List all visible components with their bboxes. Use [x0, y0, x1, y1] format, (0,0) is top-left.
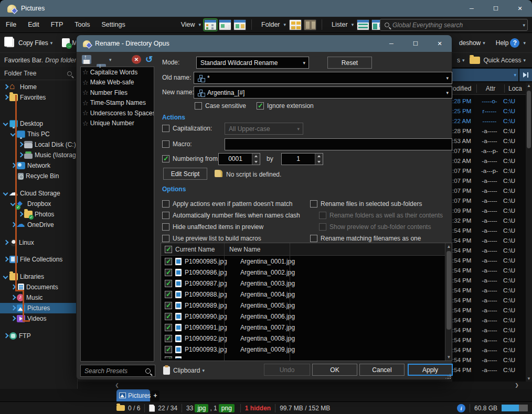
expand-collapsed-icon[interactable] — [3, 257, 8, 262]
file-row[interactable]: :07 PM-a-----C:\U — [452, 186, 526, 195]
old-name-input[interactable]: *▾ — [194, 72, 452, 84]
ignore-extension-checkbox[interactable]: Ignore extension — [257, 102, 314, 110]
maximize-button[interactable]: ☐ — [484, 0, 508, 17]
tree-item-favorites[interactable]: Favorites — [0, 92, 77, 103]
path-bar[interactable]: ▾ — [452, 69, 518, 81]
expand-collapsed-icon[interactable] — [10, 316, 16, 321]
table-row[interactable]: P10900988.jpgArgentina_0004.jpg — [161, 289, 452, 300]
file-row[interactable]: :54 PM-a-----C:\U — [452, 315, 526, 325]
preset-number-files[interactable]: ☆Number Files — [81, 88, 154, 98]
column-location[interactable]: Loca — [505, 85, 522, 92]
quick-access-button[interactable]: Quick Access — [483, 57, 521, 64]
file-row[interactable]: :54 PM-a-----C:\U — [452, 325, 526, 335]
scroll-up-icon[interactable]: ▲ — [526, 82, 532, 90]
dialog-minimize-button[interactable]: ─ — [379, 35, 403, 52]
cancel-button[interactable]: Cancel — [359, 364, 405, 376]
table-row[interactable]: P10900992.jpgArgentina_0008.jpg — [161, 333, 452, 344]
ok-button[interactable]: OK — [312, 364, 357, 376]
dialog-close-button[interactable]: ✕ — [428, 35, 452, 52]
table-row[interactable]: P10900987.jpgArgentina_0003.jpg — [161, 278, 452, 289]
star-icon[interactable]: ☆ — [82, 119, 89, 127]
table-row[interactable]: P10900993.jpgArgentina_0009.jpg — [161, 344, 452, 355]
menu-file[interactable]: File — [0, 21, 22, 28]
table-row[interactable]: P10900990.jpgArgentina_0006.jpg — [161, 311, 452, 322]
file-row[interactable]: :07 PM-a-----C:\U — [452, 195, 526, 205]
row-checkbox[interactable] — [165, 269, 172, 276]
view-details-icon[interactable] — [204, 19, 217, 30]
expand-collapsed-icon[interactable] — [10, 306, 16, 311]
file-row[interactable]: :53 AM-a-----C:\U — [452, 136, 526, 146]
column-attr[interactable]: Attr — [477, 85, 504, 92]
star-icon[interactable]: ☆ — [82, 79, 89, 86]
expand-collapsed-icon[interactable] — [18, 212, 23, 217]
row-checkbox[interactable] — [165, 335, 172, 342]
file-row[interactable]: :09 PM-a-----C:\U — [452, 205, 526, 215]
tree-item-libraries[interactable]: Libraries — [0, 271, 77, 282]
file-row[interactable]: :22 AM-------C:\U — [452, 116, 526, 126]
lister-menu[interactable]: Lister — [326, 21, 349, 28]
scrollbar-thumb[interactable] — [527, 91, 531, 148]
scrollbar-thumb[interactable] — [446, 251, 451, 330]
resize-grip[interactable] — [445, 374, 451, 379]
option-apply-actions-even-if-pattern-doesn-t-ma[interactable]: Apply actions even if pattern doesn't ma… — [162, 200, 292, 208]
expand-collapsed-icon[interactable] — [10, 295, 16, 300]
tree-item-this-pc[interactable]: This PC — [0, 129, 77, 139]
file-row[interactable]: :54 PM-a-----C:\U — [452, 345, 526, 355]
tree-search-icon[interactable] — [67, 71, 72, 76]
preset-capitalize-words[interactable]: ☆Capitalize Words — [81, 67, 154, 78]
file-row[interactable]: :28 PM-a-----C:\U — [452, 126, 526, 136]
column-modified[interactable]: odified — [452, 85, 476, 92]
folder-menu[interactable]: Folder — [256, 21, 281, 28]
file-row[interactable]: :28 PM-----o-C:\U — [452, 96, 526, 106]
preset-time-stamp-names[interactable]: ☆Time-Stamp Names — [81, 98, 154, 108]
slideshow-button-clipped[interactable]: deshow — [459, 39, 481, 47]
file-row[interactable]: :54 PM-a-----C:\U — [452, 245, 526, 255]
tree-item-videos[interactable]: Videos — [0, 313, 77, 324]
numbering-checkbox[interactable]: Numbering from: — [162, 155, 219, 162]
option-rename-files-in-selected-sub-folders[interactable]: Rename files in selected sub-folders — [310, 200, 422, 208]
edit-script-button[interactable]: Edit Script — [163, 168, 207, 180]
minimize-button[interactable]: ─ — [460, 0, 484, 17]
copy-files-button[interactable]: Copy Files — [18, 39, 48, 47]
row-checkbox[interactable] — [165, 258, 172, 265]
menu-settings[interactable]: Settings — [96, 21, 131, 28]
scroll-up-icon[interactable]: ▲ — [445, 243, 452, 250]
file-row[interactable]: :54 PM-a-----C:\U — [452, 235, 526, 245]
menu-tools[interactable]: Tools — [69, 21, 95, 28]
file-row[interactable]: :54 PM-a-----C:\U — [452, 255, 526, 265]
file-row[interactable]: :54 PM-a-----C:\U — [452, 225, 526, 235]
file-row[interactable]: :54 PM-a-----C:\U — [452, 265, 526, 275]
expand-expanded-icon[interactable] — [3, 121, 8, 126]
row-checkbox[interactable] — [165, 302, 172, 309]
star-icon[interactable]: ☆ — [82, 68, 89, 76]
row-checkbox[interactable] — [165, 280, 172, 287]
tree-item-pictures[interactable]: Pictures — [0, 303, 77, 313]
horizontal-scrollbar[interactable]: ❮ ❯ — [78, 382, 532, 389]
tree-item-dropbox[interactable]: Dropbox — [0, 199, 77, 209]
tree-item-cloud-storage[interactable]: Cloud Storage — [0, 188, 77, 199]
table-row[interactable]: P10900985.jpgArgentina_0001.jpg — [161, 256, 452, 267]
expand-collapsed-icon[interactable] — [3, 240, 8, 245]
preset-underscores-to-spaces[interactable]: ☆Underscores to Spaces — [81, 108, 154, 118]
option-use-preview-list-to-build-macros[interactable]: Use preview list to build macros — [162, 235, 261, 242]
expand-collapsed-icon[interactable] — [3, 333, 8, 339]
expand-collapsed-icon[interactable] — [3, 95, 8, 100]
new-name-input[interactable]: Argentina_[#]▾ — [194, 86, 452, 99]
file-row[interactable]: :02 AM-a-----C:\U — [452, 156, 526, 166]
tree-item-desktop[interactable]: Desktop — [0, 118, 77, 129]
expand-expanded-icon[interactable] — [3, 274, 8, 279]
file-row[interactable]: :54 PM-a-----C:\U — [452, 285, 526, 295]
select-all-checkbox[interactable] — [165, 246, 172, 253]
table-row[interactable]: P10900989.jpgArgentina_0005.jpg — [161, 300, 452, 311]
view-menu[interactable]: View — [176, 21, 197, 28]
chevron-down-icon[interactable]: ▾ — [107, 57, 114, 62]
option-automatically-number-files-when-names-cl[interactable]: Automatically number files when names cl… — [162, 212, 300, 219]
tree-item-music-storage[interactable]: Music (\\storage — [0, 150, 77, 160]
tree-item-onedrive[interactable]: OneDrive — [0, 220, 77, 230]
scroll-left-icon[interactable]: ❮ — [113, 382, 121, 389]
case-sensitive-checkbox[interactable]: Case sensitive — [195, 102, 246, 110]
file-row[interactable]: :54 PM-a-----C:\U — [452, 365, 526, 375]
expand-expanded-icon[interactable] — [3, 191, 8, 196]
row-checkbox[interactable] — [165, 313, 172, 320]
menu-ftp[interactable]: FTP — [45, 21, 69, 28]
